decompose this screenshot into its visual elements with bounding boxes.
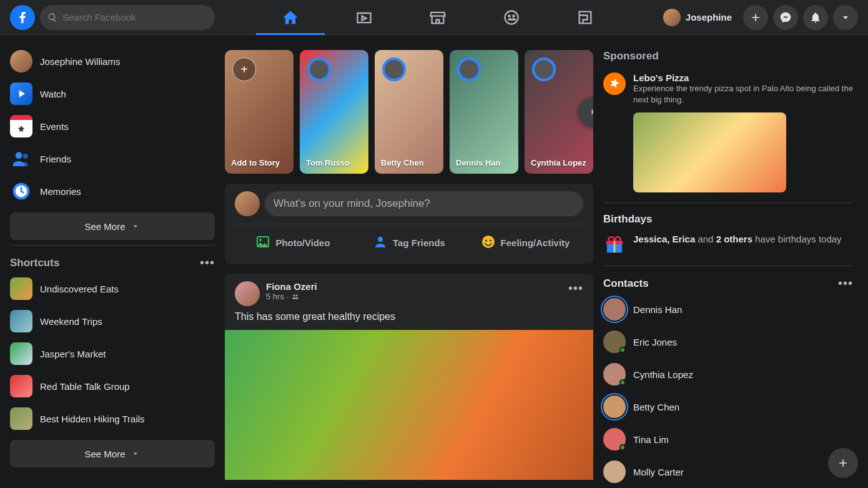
avatar: [603, 428, 626, 451]
post-author[interactable]: Fiona Ozeri: [266, 281, 562, 292]
chevron-right-icon: [587, 106, 593, 118]
chevron-down-icon: [131, 221, 141, 231]
search-icon: [47, 12, 57, 22]
sponsored-item[interactable]: Lebo's Pizza Experience the trendy pizza…: [603, 70, 853, 107]
composer-input[interactable]: What's on your mind, Josephine?: [265, 191, 583, 216]
left-sidebar: Josephine Williams Watch Events Friends …: [0, 35, 225, 488]
create-button[interactable]: [743, 5, 768, 30]
tab-gaming[interactable]: [551, 0, 619, 35]
contacts-menu[interactable]: •••: [838, 276, 853, 291]
avatar: [603, 461, 626, 483]
main-feed: + Add to Story Tom Russo Betty Chen Denn…: [225, 35, 593, 488]
composer-action[interactable]: Photo/Video: [235, 229, 351, 256]
user-chip[interactable]: Josephine: [661, 6, 738, 29]
shortcut-item[interactable]: Red Table Talk Group: [5, 370, 220, 402]
sidebar-profile[interactable]: Josephine Williams: [5, 45, 220, 77]
contact-item[interactable]: Cynthia Lopez: [598, 358, 858, 391]
svg-point-1: [508, 14, 511, 17]
story-avatar: [532, 57, 556, 81]
events-icon: [10, 115, 32, 137]
sponsor-icon: [603, 72, 626, 95]
birthdays-header: Birthdays: [598, 208, 858, 228]
tab-home[interactable]: [256, 0, 325, 35]
svg-point-12: [490, 240, 491, 242]
story-card[interactable]: Dennis Han: [450, 50, 518, 174]
sponsored-section: Sponsored Lebo's Pizza Experience the tr…: [598, 45, 858, 197]
post-composer: What's on your mind, Josephine? Photo/Vi…: [225, 184, 593, 264]
svg-point-0: [505, 11, 518, 24]
shortcut-item[interactable]: Undiscovered Eats: [5, 272, 220, 305]
shortcuts-menu[interactable]: •••: [200, 256, 215, 270]
avatar: [10, 50, 32, 72]
contacts-header: Contacts •••: [598, 271, 858, 293]
tab-watch[interactable]: [330, 0, 398, 35]
messenger-icon: [779, 11, 792, 24]
story-label: Betty Chen: [381, 158, 437, 167]
svg-point-2: [512, 14, 515, 17]
story-label: Cynthia Lopez: [531, 158, 587, 167]
sidebar-item-events[interactable]: Events: [5, 110, 220, 142]
memories-icon: [10, 180, 32, 202]
new-message-fab[interactable]: [828, 448, 858, 478]
contact-item[interactable]: Betty Chen: [598, 391, 858, 423]
svg-point-14: [295, 294, 297, 296]
watch-icon: [355, 9, 373, 26]
avatar: [603, 298, 626, 321]
see-more-button[interactable]: See More: [10, 212, 215, 240]
search-box[interactable]: [40, 5, 215, 30]
marketplace-icon: [429, 9, 446, 26]
messenger-button[interactable]: [773, 5, 798, 30]
shortcut-icon: [10, 310, 32, 332]
sidebar-item-memories[interactable]: Memories: [5, 175, 220, 207]
post-menu[interactable]: •••: [568, 281, 583, 296]
contact-item[interactable]: Molly Carter: [598, 456, 858, 488]
avatar[interactable]: [235, 281, 260, 306]
story-label: Add to Story: [231, 158, 287, 167]
avatar: [603, 396, 626, 418]
svg-point-19: [615, 237, 620, 242]
birthdays-title: Birthdays: [603, 213, 652, 226]
shortcut-icon: [10, 375, 32, 397]
see-more-shortcuts[interactable]: See More: [10, 440, 215, 467]
chevron-down-icon: [131, 449, 141, 459]
birthday-item[interactable]: Jessica, Erica and 2 others have birthda…: [598, 228, 858, 261]
avatar: [663, 9, 681, 26]
home-icon: [282, 9, 299, 26]
story-card[interactable]: Tom Russo: [300, 50, 368, 174]
composer-action[interactable]: Tag Friends: [351, 229, 467, 256]
post-meta: 5 hrs ·: [266, 292, 562, 301]
account-button[interactable]: [833, 5, 858, 30]
header: Josephine: [0, 0, 868, 35]
divider: [603, 266, 853, 266]
sponsor-name: Lebo's Pizza: [633, 72, 853, 83]
story-card[interactable]: + Add to Story: [225, 50, 293, 174]
tab-groups[interactable]: [477, 0, 546, 35]
story-card[interactable]: Betty Chen: [375, 50, 443, 174]
shortcut-item[interactable]: Jasper's Market: [5, 337, 220, 370]
shortcut-item[interactable]: Weekend Trips: [5, 305, 220, 337]
notifications-button[interactable]: [803, 5, 828, 30]
search-input[interactable]: [62, 12, 207, 22]
sidebar-item-watch[interactable]: Watch: [5, 77, 220, 110]
post-image[interactable]: [225, 330, 593, 480]
friends-privacy-icon: [292, 293, 299, 301]
contacts-title: Contacts: [603, 277, 649, 290]
groups-icon: [503, 9, 520, 26]
shortcut-item[interactable]: Best Hidden Hiking Trails: [5, 402, 220, 435]
sponsor-image[interactable]: [633, 112, 786, 192]
add-story-icon: +: [232, 57, 256, 81]
shortcuts-header: Shortcuts •••: [5, 251, 220, 272]
avatar: [603, 363, 626, 386]
contact-item[interactable]: Tina Lim: [598, 423, 858, 456]
svg-point-4: [23, 154, 28, 159]
sidebar-item-friends[interactable]: Friends: [5, 142, 220, 175]
composer-action[interactable]: Feeling/Activity: [467, 229, 583, 256]
contact-item[interactable]: Eric Jones: [598, 326, 858, 358]
tab-marketplace[interactable]: [403, 0, 472, 35]
svg-point-8: [259, 239, 262, 241]
avatar[interactable]: [235, 191, 260, 216]
action-icon: [373, 234, 388, 251]
action-icon: [481, 234, 496, 251]
contact-item[interactable]: Dennis Han: [598, 293, 858, 326]
facebook-logo[interactable]: [10, 5, 35, 30]
